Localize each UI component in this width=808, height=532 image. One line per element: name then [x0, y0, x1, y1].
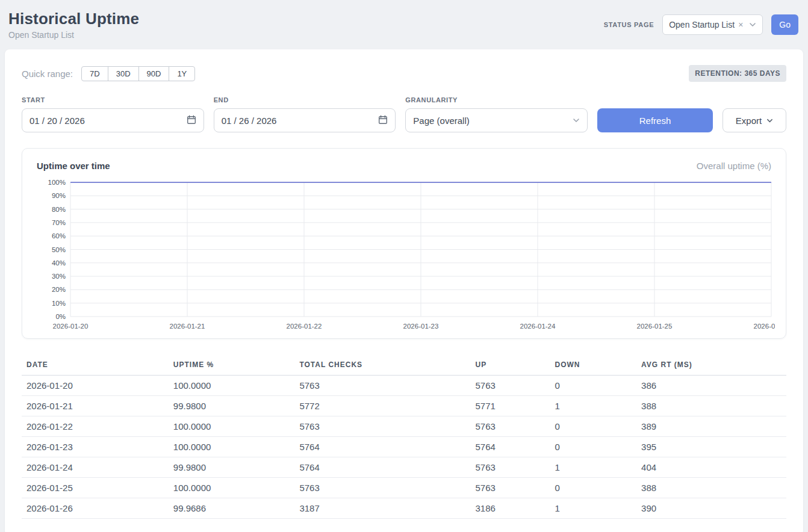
chevron-down-icon	[573, 116, 580, 126]
table-cell: 5764	[294, 437, 470, 457]
quick-range-30d-button[interactable]: 30D	[108, 66, 139, 81]
table-cell: 390	[636, 498, 786, 519]
table-cell: 1	[550, 498, 637, 519]
table-cell: 5771	[470, 396, 550, 416]
start-date-value: 01 / 20 / 2026	[30, 116, 85, 126]
table-cell: 404	[636, 457, 786, 478]
page-subtitle: Open Startup List	[8, 30, 139, 40]
table-cell: 5763	[470, 416, 550, 437]
svg-text:100%: 100%	[48, 179, 66, 186]
end-date-value: 01 / 26 / 2026	[222, 116, 277, 126]
svg-text:50%: 50%	[52, 246, 66, 253]
table-cell: 3187	[294, 498, 470, 519]
granularity-select[interactable]: Page (overall)	[405, 108, 588, 132]
granularity-label: GRANULARITY	[405, 96, 588, 104]
table-cell: 2026-01-21	[22, 396, 169, 416]
status-page-select[interactable]: Open Startup List ×	[662, 14, 763, 35]
chart-card: Uptime over time Overall uptime (%) 0%10…	[22, 148, 786, 339]
page: Historical Uptime Open Startup List STAT…	[0, 0, 808, 532]
quick-range-7d-button[interactable]: 7D	[81, 66, 108, 81]
table-cell: 0	[550, 478, 637, 498]
export-button[interactable]: Export	[723, 108, 786, 132]
table-row: 2026-01-2499.9800576457631404	[22, 457, 786, 478]
calendar-icon[interactable]	[187, 115, 196, 126]
table-cell: 2026-01-20	[22, 376, 169, 396]
table-row: 2026-01-2199.9800577257711388	[22, 396, 786, 416]
table-cell: 0	[550, 416, 637, 437]
main-card: Quick range: 7D30D90D1Y RETENTION: 365 D…	[5, 49, 803, 532]
page-title: Historical Uptime	[8, 10, 139, 28]
svg-text:60%: 60%	[52, 232, 66, 240]
end-date-input[interactable]: 01 / 26 / 2026	[214, 108, 396, 132]
retention-badge: RETENTION: 365 DAYS	[689, 65, 786, 82]
table-cell: 100.0000	[169, 478, 295, 498]
table-cell: 5764	[470, 437, 550, 457]
start-date-input[interactable]: 01 / 20 / 2026	[22, 108, 204, 132]
table-cell: 99.9800	[169, 457, 295, 478]
table-cell: 0	[550, 437, 637, 457]
clear-selection-icon[interactable]: ×	[738, 20, 743, 29]
table-cell: 2026-01-25	[22, 478, 169, 498]
table-cell: 388	[636, 478, 786, 498]
chart-title: Uptime over time	[37, 161, 110, 171]
svg-text:90%: 90%	[52, 192, 66, 199]
table-cell: 388	[636, 396, 786, 416]
refresh-button[interactable]: Refresh	[597, 108, 713, 132]
table-row: 2026-01-22100.0000576357630389	[22, 416, 786, 437]
svg-text:2026-01-26: 2026-01-26	[754, 323, 775, 330]
svg-text:10%: 10%	[52, 300, 66, 307]
svg-text:80%: 80%	[52, 206, 66, 213]
svg-text:2026-01-22: 2026-01-22	[287, 323, 322, 330]
table-cell: 386	[636, 376, 786, 396]
uptime-chart: 0%10%20%30%40%50%60%70%80%90%100%2026-01…	[33, 178, 775, 333]
start-date-field: START 01 / 20 / 2026	[22, 96, 204, 132]
svg-text:30%: 30%	[52, 273, 66, 280]
table-cell: 2026-01-26	[22, 498, 169, 519]
table-cell: 100.0000	[169, 437, 295, 457]
table-cell: 389	[636, 416, 786, 437]
svg-text:20%: 20%	[52, 286, 66, 293]
quick-range-group: 7D30D90D1Y	[81, 66, 195, 81]
granularity-value: Page (overall)	[413, 116, 469, 126]
uptime-table: DATEUPTIME %TOTAL CHECKSUPDOWNAVG RT (MS…	[22, 354, 786, 519]
status-page-controls: STATUS PAGE Open Startup List × Go	[604, 14, 798, 35]
table-header-row: DATEUPTIME %TOTAL CHECKSUPDOWNAVG RT (MS…	[22, 354, 786, 376]
start-date-label: START	[22, 96, 204, 104]
quick-range-label: Quick range:	[22, 69, 73, 79]
column-header: DOWN	[550, 354, 637, 376]
svg-text:70%: 70%	[52, 219, 66, 226]
quick-range-row: Quick range: 7D30D90D1Y RETENTION: 365 D…	[22, 65, 786, 82]
table-cell: 99.9800	[169, 396, 295, 416]
table-cell: 5763	[294, 416, 470, 437]
table-cell: 1	[550, 396, 637, 416]
table-cell: 5763	[294, 478, 470, 498]
svg-text:2026-01-24: 2026-01-24	[520, 323, 556, 330]
svg-text:0%: 0%	[55, 313, 66, 320]
table-cell: 1	[550, 457, 637, 478]
table-cell: 2026-01-24	[22, 457, 169, 478]
table-cell: 5763	[470, 457, 550, 478]
calendar-icon[interactable]	[378, 115, 388, 126]
granularity-field: GRANULARITY Page (overall)	[405, 96, 588, 132]
table-row: 2026-01-23100.0000576457640395	[22, 437, 786, 457]
go-button[interactable]: Go	[771, 14, 798, 35]
table-cell: 0	[550, 376, 637, 396]
table-cell: 100.0000	[169, 416, 295, 437]
svg-text:40%: 40%	[52, 259, 66, 267]
table-cell: 2026-01-23	[22, 437, 169, 457]
chevron-down-icon	[749, 21, 756, 28]
table-cell: 5763	[294, 376, 470, 396]
chart-legend: Overall uptime (%)	[697, 161, 771, 171]
table-cell: 99.9686	[169, 498, 295, 519]
quick-range-1y-button[interactable]: 1Y	[169, 66, 195, 81]
end-date-label: END	[214, 96, 396, 104]
column-header: TOTAL CHECKS	[294, 354, 470, 376]
quick-range-90d-button[interactable]: 90D	[138, 66, 170, 81]
chevron-down-icon	[766, 116, 773, 126]
column-header: UPTIME %	[169, 354, 295, 376]
svg-text:2026-01-20: 2026-01-20	[53, 323, 89, 330]
table-cell: 5764	[294, 457, 470, 478]
table-cell: 395	[636, 437, 786, 457]
table-cell: 5763	[470, 376, 550, 396]
status-page-selected-value: Open Startup List	[669, 20, 735, 29]
